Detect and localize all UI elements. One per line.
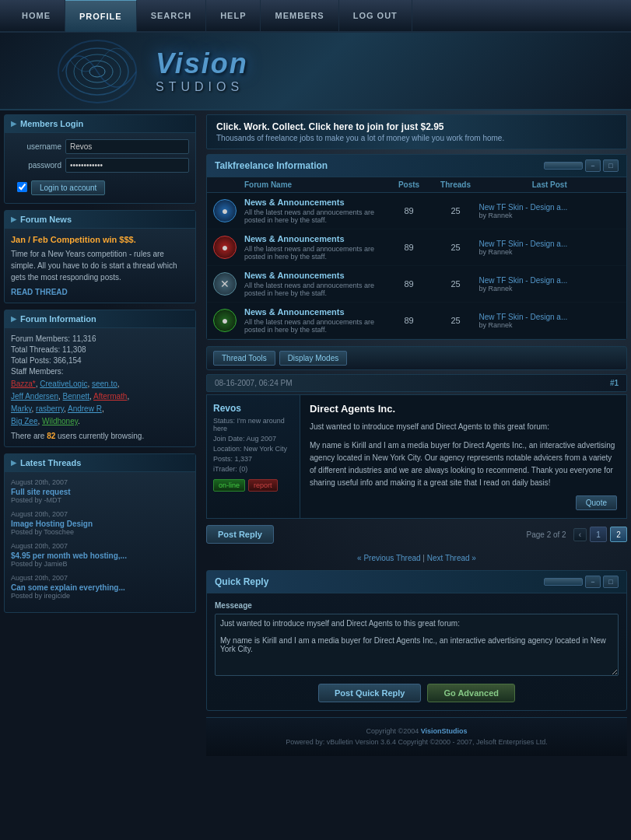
thread-date: August 20th, 2007 (11, 574, 189, 582)
nav-home[interactable]: HOME (8, 0, 65, 32)
forum-desc: All the latest news and annoucements are… (244, 208, 386, 224)
ctrl-bar (544, 578, 583, 586)
forum-posts-count: Total Posts: 366,154 (11, 356, 189, 365)
thread-poster: Posted by Tooschee (11, 528, 189, 536)
forum-section-header: Talkfreelance Information − □ (207, 155, 626, 177)
table-row: ✕ News & Announcements All the latest ne… (207, 266, 626, 303)
forum-section-title: Talkfreelance Information (215, 160, 328, 171)
forum-name[interactable]: News & Announcements (244, 198, 386, 207)
post-id: #1 (610, 379, 619, 387)
staff-andrew[interactable]: Andrew R (68, 404, 102, 413)
report-button[interactable]: report (248, 479, 278, 492)
post-location: Location: New York City (213, 445, 293, 453)
message-textarea[interactable]: Just wanted to introduce myself and Dire… (215, 614, 619, 676)
staff-rasberry[interactable]: rasberry (36, 404, 64, 413)
forum-name[interactable]: News & Announcements (244, 271, 386, 280)
col-icon (213, 180, 244, 189)
thread-link[interactable]: Image Hosting Design (11, 520, 93, 528)
nav-help[interactable]: HELP (206, 0, 261, 32)
quick-reply-section: Quick Reply − □ Messeage Just wanted to … (206, 570, 627, 711)
forum-icon-grey: ✕ (213, 272, 237, 296)
thread-link[interactable]: Can some explain everything... (11, 583, 125, 592)
ad-banner[interactable]: Click. Work. Collect. Click here to join… (206, 114, 627, 149)
staff-bennett[interactable]: Bennett (63, 392, 89, 401)
forum-name[interactable]: News & Announcements (244, 234, 386, 243)
staff-aftermath[interactable]: After­math (93, 392, 127, 401)
header-banner: Vision STUDIOS (0, 33, 631, 110)
post-intro-title: Direct Agents Inc. (310, 403, 617, 415)
post-posts-count: Posts: 1,337 (213, 455, 293, 463)
forum-lastpost-title[interactable]: New TF Skin - Design a... (479, 203, 621, 212)
staff-creativelogic[interactable]: CreativeLogic (40, 380, 87, 388)
nav-profile[interactable]: PROFILE (65, 0, 137, 32)
go-advanced-button[interactable]: Go Advanced (427, 684, 515, 702)
forum-lastpost-title[interactable]: New TF Skin - Design a... (479, 276, 621, 285)
thread-poster: Posted by JamieB (11, 560, 189, 568)
post-user-buttons: on-line report (213, 479, 293, 492)
footer: Copyright ©2004 VisionStudios Powered by… (206, 717, 627, 756)
forum-icon-blue: ● (213, 199, 237, 222)
forum-news-content: Jan / Feb Competition win $$$. Time for … (5, 229, 195, 303)
prev-thread-link[interactable]: « Previous Thread (357, 554, 421, 562)
ctrl-expand-btn[interactable]: □ (603, 576, 619, 588)
forum-lastpost-title[interactable]: New TF Skin - Design a... (479, 240, 621, 248)
post-header: 08-16-2007, 06:24 PM #1 (206, 374, 627, 392)
thread-nav-links: « Previous Thread | Next Thread » (206, 550, 627, 566)
username-input[interactable] (65, 139, 189, 154)
nav-search[interactable]: SEARCH (137, 0, 206, 32)
staff-wildhoney[interactable]: Wildhoney (42, 417, 78, 425)
nav-members[interactable]: MEMBERS (261, 0, 338, 32)
staff-jeff[interactable]: Jeff Andersen (11, 392, 58, 401)
read-thread-link[interactable]: READ THREAD (11, 288, 68, 296)
thread-tools-button[interactable]: Thread Tools (213, 351, 275, 366)
forum-icon-red: ● (213, 236, 237, 259)
ctrl-expand-btn[interactable]: □ (603, 159, 619, 172)
forum-lastpost: New TF Skin - Design a... by Rannek (479, 203, 621, 219)
prev-page-nav[interactable]: ‹ (573, 528, 587, 541)
forum-threads-num: 25 (433, 243, 479, 252)
post-user-panel: Revos Status: I'm new around here Join D… (207, 395, 300, 518)
post-container: Revos Status: I'm new around here Join D… (206, 394, 627, 519)
forum-lastpost-by: by Rannek (479, 212, 621, 219)
thread-link[interactable]: $4.95 per month web hosting,... (11, 551, 127, 560)
staff-seento[interactable]: seen.to (92, 380, 117, 388)
quick-reply-title: Quick Reply (215, 576, 268, 587)
post-content-panel: Direct Agents Inc. Just wanted to introd… (300, 395, 626, 518)
thread-link[interactable]: Full site request (11, 488, 71, 496)
display-modes-button[interactable]: Display Modes (279, 351, 348, 366)
remember-checkbox[interactable] (17, 182, 27, 192)
page-2-btn[interactable]: 2 (610, 527, 627, 542)
forum-lastpost-by: by Rannek (479, 285, 621, 292)
quote-button[interactable]: Quote (576, 495, 617, 510)
post-quick-reply-button[interactable]: Post Quick Reply (318, 684, 421, 702)
nav-logout[interactable]: LOG OUT (339, 0, 412, 32)
forum-lastpost-title[interactable]: New TF Skin - Design a... (479, 313, 621, 321)
latest-threads-header: Latest Threads (5, 454, 195, 472)
nav-bar: HOME PROFILE SEARCH HELP MEMBERS LOG OUT (0, 0, 631, 33)
forum-posts-num: 89 (386, 206, 433, 215)
forum-threads-num: 25 (433, 206, 479, 215)
sidebar: Members Login username password Login to… (0, 110, 202, 760)
password-label: password (11, 161, 61, 170)
main-layout: Members Login username password Login to… (0, 110, 631, 760)
col-posts: Posts (386, 180, 433, 189)
forum-desc: All the latest news and annoucements are… (244, 282, 386, 297)
login-button[interactable]: Login to account (31, 180, 105, 195)
staff-marky[interactable]: Marky (11, 404, 31, 413)
online-button[interactable]: on-line (213, 479, 245, 492)
footer-powered-by: Powered by: vBulletin Version 3.6.4 Copy… (218, 737, 615, 747)
password-input[interactable] (65, 158, 189, 173)
staff-bazza[interactable]: Bazza* (11, 380, 36, 388)
staff-bigzee[interactable]: Big Zee (11, 417, 37, 425)
next-thread-link[interactable]: Next Thread » (427, 554, 476, 562)
forum-info-title: Forum Information (20, 314, 96, 324)
post-reply-button[interactable]: Post Reply (206, 525, 274, 544)
post-body-text: My name is Kirill and I am a media buyer… (310, 439, 617, 489)
col-lastpost: Last Post (479, 180, 621, 189)
list-item: August 20th, 2007 Can some explain every… (11, 574, 189, 600)
forum-name[interactable]: News & Announcements (244, 307, 386, 317)
ctrl-minimize-btn[interactable]: − (585, 159, 601, 172)
page-1-btn[interactable]: 1 (590, 527, 607, 542)
ctrl-minimize-btn[interactable]: − (585, 576, 601, 588)
post-reply-bar: Post Reply Page 2 of 2 ‹ 1 2 (206, 523, 627, 546)
